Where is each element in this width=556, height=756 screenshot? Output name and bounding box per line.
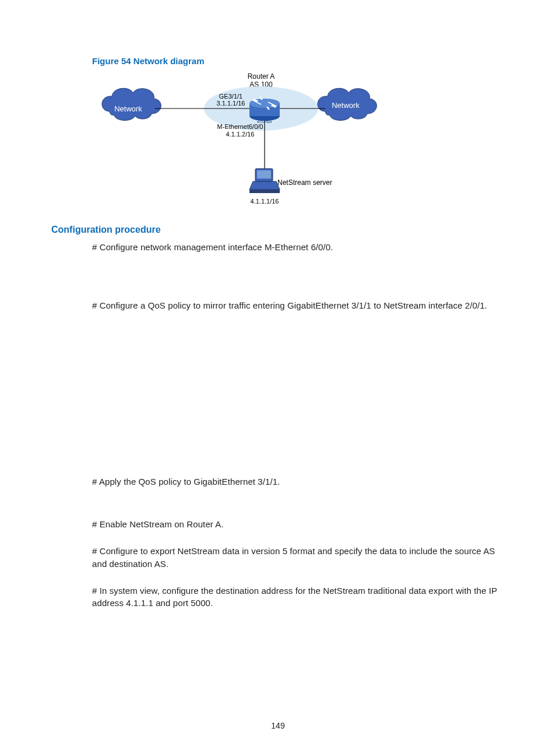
paragraph-1: # Configure network management interface… [92, 241, 505, 254]
page: Figure 54 Network diagram Router A AS 10… [0, 0, 556, 756]
if-mid-line1: M-Ethernet6/0/0 [217, 123, 263, 130]
paragraph-3: # Apply the QoS policy to GigabitEtherne… [92, 475, 505, 488]
paragraph-4: # Enable NetStream on Router A. [92, 518, 505, 531]
paragraph-5: # Configure to export NetStream data in … [92, 545, 505, 570]
paragraph-2: # Configure a QoS policy to mirror traff… [92, 299, 505, 312]
spacer [51, 254, 505, 299]
page-number: 149 [0, 721, 556, 730]
if-top-line2: 3.1.1.1/16 [217, 100, 245, 107]
spacer [51, 312, 505, 475]
router-name-label: Router A [248, 72, 275, 80]
paragraph-6: # In system view, configure the destinat… [92, 584, 505, 610]
section-heading: Configuration procedure [51, 225, 505, 235]
server-label: NetStream server [277, 178, 332, 187]
diagram-svg: Router A AS 100 Network Network GE3/1/1 … [92, 71, 395, 211]
figure-caption: Figure 54 Network diagram [92, 56, 505, 66]
server-icon [249, 169, 280, 193]
left-cloud: Network [102, 88, 161, 120]
if-top-line1: GE3/1/1 [219, 93, 242, 100]
server-ip: 4.1.1.1/16 [251, 198, 279, 205]
right-cloud-label: Network [332, 101, 360, 110]
spacer [51, 570, 505, 584]
if-mid-line2: 4.1.1.2/16 [226, 131, 255, 138]
svg-rect-4 [257, 170, 271, 178]
network-diagram: Router A AS 100 Network Network GE3/1/1 … [92, 71, 505, 213]
left-cloud-label: Network [114, 104, 142, 113]
svg-rect-5 [249, 190, 280, 193]
right-cloud: Network [318, 88, 376, 120]
spacer [51, 488, 505, 518]
spacer [51, 531, 505, 545]
